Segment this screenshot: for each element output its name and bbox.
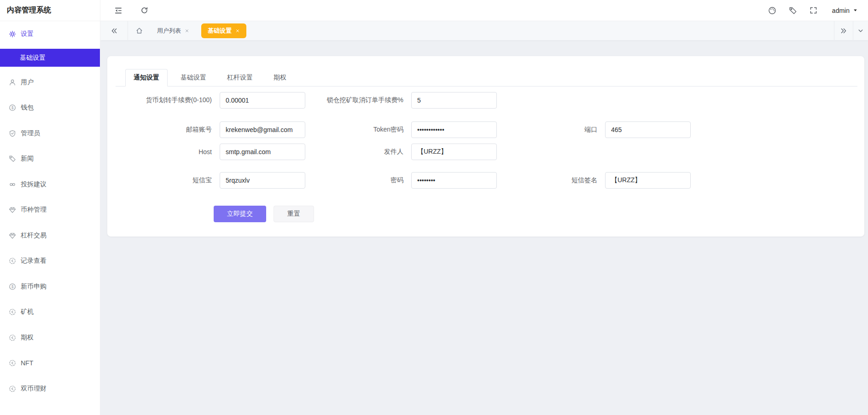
reset-button[interactable]: 重置 — [274, 206, 314, 222]
sidebar-item-label: 投拆建议 — [21, 180, 47, 189]
sidebar-item-label: 基础设置 — [20, 54, 46, 62]
theme-palette-icon[interactable] — [768, 6, 776, 15]
field-mining-cancel-fee: 锁仓挖矿取消订单手续费% — [265, 92, 497, 109]
settings-tabs: 通知设置 基础设置 杠杆设置 期权 — [116, 69, 857, 86]
sidebar-item-label: 期权 — [21, 334, 34, 342]
scroll-tags-left-icon[interactable] — [100, 21, 128, 40]
history-circle-icon — [9, 257, 16, 265]
tab-basic-settings[interactable]: 基础设置 — [181, 69, 206, 86]
sidebar-item-nft[interactable]: NFT — [0, 351, 100, 376]
sidebar: 内容管理系统 设置 基础设置 用户 $ 钱包 管理员 — [0, 0, 100, 415]
port-input[interactable] — [605, 121, 691, 138]
top-header: admin — [100, 0, 868, 21]
tab-notification-settings[interactable]: 通知设置 — [125, 69, 168, 86]
refresh-icon[interactable] — [140, 6, 148, 14]
sidebar-item-label: 杠杆交易 — [21, 231, 47, 240]
sidebar-item-coin-management[interactable]: 币种管理 — [0, 197, 100, 223]
app-title: 内容管理系统 — [0, 0, 100, 21]
sidebar-item-news[interactable]: 新闻 — [0, 146, 100, 172]
app-window: 内容管理系统 设置 基础设置 用户 $ 钱包 管理员 — [0, 0, 868, 415]
sidebar-item-label: 矿机 — [21, 308, 34, 316]
user-menu[interactable]: admin — [832, 7, 858, 14]
tag-basic-settings[interactable]: 基础设置 — [201, 23, 246, 38]
sidebar-item-label: 双币理财 — [21, 385, 47, 393]
tags-menu-chevron-down-icon[interactable] — [853, 21, 868, 40]
field-port: 端口 — [459, 121, 691, 138]
sidebar-item-new-coin-subscription[interactable]: $ 新币申购 — [0, 274, 100, 300]
sidebar-item-records[interactable]: 记录查看 — [0, 248, 100, 274]
tags-bar: 用户列表 基础设置 — [100, 21, 868, 40]
field-sender: 发件人 — [265, 144, 497, 160]
field-label: 密码 — [265, 176, 411, 184]
tag-icon[interactable] — [789, 6, 797, 15]
tab-leverage-settings[interactable]: 杠杆设置 — [227, 69, 253, 86]
gem-icon — [9, 232, 16, 239]
submit-button[interactable]: 立即提交 — [214, 206, 266, 222]
sidebar-item-admins[interactable]: 管理员 — [0, 121, 100, 146]
sidebar-item-wallet[interactable]: $ 钱包 — [0, 95, 100, 121]
field-label: 端口 — [459, 126, 605, 134]
sender-input[interactable] — [411, 144, 497, 160]
sidebar-item-label: 管理员 — [21, 129, 40, 138]
history-circle-icon — [9, 308, 16, 316]
sidebar-item-label: NFT — [21, 359, 33, 367]
field-label: 邮箱账号 — [111, 126, 220, 134]
tag-user-list[interactable]: 用户列表 — [151, 23, 195, 38]
scroll-tags-right-icon[interactable] — [834, 21, 853, 40]
shield-check-icon — [9, 130, 16, 137]
sidebar-item-label: 设置 — [21, 30, 34, 38]
fullscreen-icon[interactable] — [810, 6, 817, 14]
close-icon[interactable] — [235, 29, 240, 33]
sidebar-item-basic-settings-active[interactable]: 基础设置 — [0, 49, 100, 67]
sms-signature-input[interactable] — [605, 172, 691, 189]
sidebar-item-leverage-trading[interactable]: 杠杆交易 — [0, 223, 100, 248]
sidebar-item-feedback[interactable]: 投拆建议 — [0, 172, 100, 197]
sidebar-item-label: 币种管理 — [21, 206, 47, 214]
sidebar-item-mining-machine[interactable]: 矿机 — [0, 300, 100, 325]
field-label: 短信宝 — [111, 176, 220, 184]
field-label: Token密码 — [265, 126, 411, 134]
sidebar-item-dual-currency[interactable]: 双币理财 — [0, 376, 100, 402]
sidebar-item-label: 用户 — [21, 78, 34, 86]
field-label: 短信签名 — [459, 176, 605, 184]
sidebar-item-label: 记录查看 — [21, 257, 47, 265]
tag-icon — [9, 155, 16, 162]
sidebar-item-settings[interactable]: 设置 — [0, 21, 100, 47]
field-label: 货币划转手续费(0-100) — [111, 96, 220, 104]
collapse-sidebar-icon[interactable] — [114, 6, 122, 15]
svg-text:$: $ — [12, 284, 14, 289]
mining-cancel-fee-input[interactable] — [411, 92, 497, 109]
sidebar-item-label: 新币申购 — [21, 282, 47, 291]
caret-down-icon — [853, 8, 858, 13]
svg-text:$: $ — [12, 105, 14, 110]
tab-options[interactable]: 期权 — [274, 69, 286, 86]
history-circle-icon — [9, 334, 16, 341]
sidebar-item-options[interactable]: 期权 — [0, 325, 100, 351]
sidebar-item-label: 钱包 — [21, 104, 34, 112]
infinity-icon — [9, 181, 16, 188]
gear-icon — [9, 30, 16, 38]
sidebar-item-label: 新闻 — [21, 155, 34, 163]
username: admin — [832, 7, 850, 14]
field-label: 发件人 — [265, 148, 411, 156]
sidebar-item-users[interactable]: 用户 — [0, 69, 100, 95]
user-icon — [9, 79, 16, 86]
close-icon[interactable] — [185, 29, 189, 33]
dollar-circle-icon: $ — [9, 104, 16, 111]
field-label: 锁仓挖矿取消订单手续费% — [265, 96, 411, 104]
history-circle-icon — [9, 359, 16, 367]
dollar-circle-icon: $ — [9, 283, 16, 290]
home-icon[interactable] — [135, 27, 143, 35]
field-sms-signature: 短信签名 — [459, 172, 691, 189]
sidebar-menu: 用户 $ 钱包 管理员 新闻 投拆建议 币种管理 — [0, 69, 100, 402]
settings-card: 通知设置 基础设置 杠杆设置 期权 货币划转手续费(0-100) 锁仓挖矿取消订… — [107, 56, 864, 236]
tag-label: 用户列表 — [157, 27, 181, 35]
gem-icon — [9, 206, 16, 213]
history-circle-icon — [9, 385, 16, 392]
field-label: Host — [111, 148, 220, 156]
tag-label: 基础设置 — [208, 27, 232, 35]
